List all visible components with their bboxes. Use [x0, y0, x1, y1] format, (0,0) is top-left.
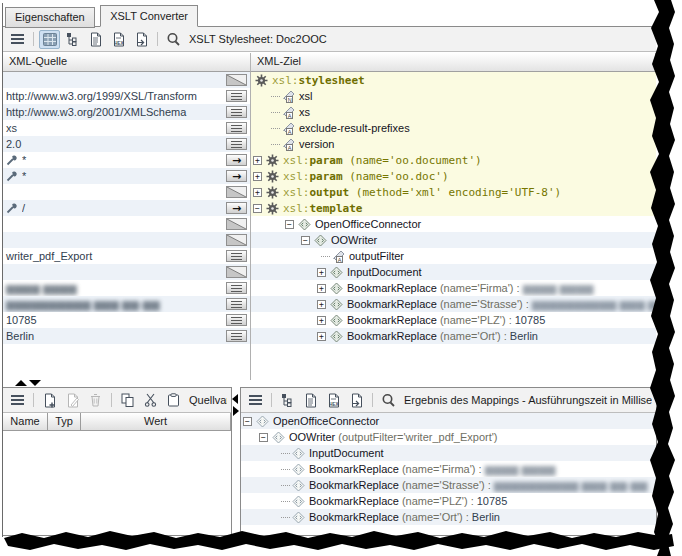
source-cell[interactable]: xs: [3, 120, 251, 136]
mapping-assign-button[interactable]: [226, 138, 247, 150]
source-cell[interactable]: Berlin: [3, 328, 251, 344]
expand-icon[interactable]: +: [317, 284, 326, 293]
mapping-assign-button[interactable]: [226, 90, 247, 102]
source-cell[interactable]: http://www.w3.org/1999/XSL/Transform: [3, 88, 251, 104]
target-tree-item[interactable]: Axs: [251, 104, 656, 120]
mapping-assign-button[interactable]: [226, 266, 247, 278]
cut-icon[interactable]: [140, 391, 161, 410]
collapse-icon[interactable]: −: [259, 433, 268, 442]
column-header-name[interactable]: Name: [3, 413, 48, 431]
result-tree-item[interactable]: BookmarkReplace (name='Firma') : ▆▆▆▆ ▆▆…: [241, 461, 656, 477]
mapping-assign-button[interactable]: [226, 330, 247, 342]
column-header-typ[interactable]: Typ: [48, 413, 81, 431]
mapping-assign-button[interactable]: [226, 106, 247, 118]
result-tree-item[interactable]: BookmarkReplace (name='Ort') : Berlin: [241, 509, 656, 525]
target-tree-item[interactable]: +BookmarkReplace (name='Ort') : Berlin: [251, 328, 656, 344]
mapping-assign-button[interactable]: →: [226, 170, 247, 182]
result-tree-item[interactable]: −OpenOfficeConnector: [241, 413, 656, 429]
mapping-assign-button[interactable]: →: [226, 202, 247, 214]
column-header-wert[interactable]: Wert: [81, 413, 231, 431]
tree-icon[interactable]: [62, 30, 83, 49]
menu-icon[interactable]: [7, 391, 28, 410]
source-cell[interactable]: [3, 232, 251, 248]
source-cell[interactable]: [3, 72, 251, 88]
target-tree-item[interactable]: +xsl:param (name='oo.document'): [251, 152, 656, 168]
source-cell[interactable]: *→: [3, 152, 251, 168]
vsplitter-collapse-right-icon[interactable]: [233, 406, 239, 416]
menu-icon[interactable]: [7, 30, 28, 49]
target-tree-item[interactable]: Aversion: [251, 136, 656, 152]
source-cell[interactable]: [3, 184, 251, 200]
result-tree-item[interactable]: BookmarkReplace (name='Strasse') : ▆▆▆▆▆…: [241, 477, 656, 493]
source-cell[interactable]: writer_pdf_Export: [3, 248, 251, 264]
splitter-collapse-down-icon[interactable]: [29, 380, 41, 386]
target-tree-item[interactable]: Nxsl: [251, 88, 656, 104]
mapping-assign-button[interactable]: [226, 186, 247, 198]
mapping-assign-button[interactable]: [226, 122, 247, 134]
source-cell[interactable]: *→: [3, 168, 251, 184]
target-tree-item[interactable]: AoutputFilter: [251, 248, 656, 264]
document-icon[interactable]: [85, 30, 106, 49]
result-tree-item[interactable]: InputDocument: [241, 445, 656, 461]
collapse-icon[interactable]: −: [301, 236, 310, 245]
expand-icon[interactable]: +: [317, 332, 326, 341]
mapping-assign-button[interactable]: [226, 218, 247, 230]
target-tree-item[interactable]: −xsl:template: [251, 200, 656, 216]
result-tree-item[interactable]: BookmarkReplace (name='PLZ') : 10785: [241, 493, 656, 509]
collapse-icon[interactable]: −: [253, 204, 262, 213]
collapse-icon[interactable]: −: [285, 220, 294, 229]
mapping-assign-button[interactable]: [226, 234, 247, 246]
source-cell[interactable]: ▆▆▆▆▆▆▆▆▆▆ ▆▆▆ ▆▆-▆▆: [3, 296, 251, 312]
copy-icon[interactable]: [117, 391, 138, 410]
target-tree-item[interactable]: +xsl:param (name='oo.doc'): [251, 168, 656, 184]
trash-icon[interactable]: [85, 391, 106, 410]
import-document-icon[interactable]: [131, 30, 152, 49]
new-document-icon[interactable]: [39, 391, 60, 410]
paste-icon[interactable]: [163, 391, 184, 410]
menu-icon[interactable]: [245, 391, 266, 410]
expand-icon[interactable]: +: [317, 316, 326, 325]
target-tree-item[interactable]: +xsl:output (method='xml' encoding='UTF-…: [251, 184, 656, 200]
splitter-collapse-up-icon[interactable]: [15, 380, 27, 386]
source-cell[interactable]: [3, 216, 251, 232]
target-tree-item[interactable]: xsl:stylesheet: [251, 72, 656, 88]
grid-icon[interactable]: [39, 30, 60, 49]
edit-document-icon[interactable]: [62, 391, 83, 410]
source-cell[interactable]: 2.0: [3, 136, 251, 152]
source-cell[interactable]: [3, 264, 251, 280]
expand-icon[interactable]: +: [253, 156, 262, 165]
target-tree-item[interactable]: +InputDocument: [251, 264, 656, 280]
target-tree-item[interactable]: +BookmarkReplace (name='PLZ') : 10785: [251, 312, 656, 328]
source-cell[interactable]: ▆▆▆▆ ▆▆▆▆: [3, 280, 251, 296]
tab-eigenschaften[interactable]: Eigenschaften: [5, 7, 95, 28]
result-tree-item[interactable]: −OOWriter (outputFilter='writer_pdf_Expo…: [241, 429, 656, 445]
hex-document-icon[interactable]: HEX: [108, 30, 129, 49]
tree-icon[interactable]: [277, 391, 298, 410]
mapping-assign-button[interactable]: [226, 298, 247, 310]
mapping-assign-button[interactable]: [226, 250, 247, 262]
mapping-assign-button[interactable]: [226, 282, 247, 294]
toolbar-separator: [33, 393, 34, 407]
tab-xslt-converter[interactable]: XSLT Converter: [100, 5, 198, 27]
source-cell[interactable]: 10785: [3, 312, 251, 328]
target-tree-item[interactable]: +BookmarkReplace (name='Strasse') : ▆▆▆▆…: [251, 296, 656, 312]
target-tree-item[interactable]: −OOWriter: [251, 232, 656, 248]
import-document-icon[interactable]: [346, 391, 367, 410]
vsplitter-collapse-left-icon[interactable]: [232, 394, 238, 404]
target-tree-item[interactable]: +BookmarkReplace (name='Firma') : ▆▆▆▆ ▆…: [251, 280, 656, 296]
collapse-icon[interactable]: −: [243, 417, 252, 426]
horizontal-splitter[interactable]: [3, 380, 656, 387]
target-tree-item[interactable]: Aexclude-result-prefixes: [251, 120, 656, 136]
target-tree-item[interactable]: −OpenOfficeConnector: [251, 216, 656, 232]
expand-icon[interactable]: +: [253, 188, 262, 197]
expand-icon[interactable]: +: [317, 300, 326, 309]
document-icon[interactable]: [300, 391, 321, 410]
expand-icon[interactable]: +: [253, 172, 262, 181]
hex-document-icon[interactable]: HEX: [323, 391, 344, 410]
mapping-assign-button[interactable]: [226, 74, 247, 86]
mapping-assign-button[interactable]: [226, 314, 247, 326]
expand-icon[interactable]: +: [317, 268, 326, 277]
source-cell[interactable]: http://www.w3.org/2001/XMLSchema: [3, 104, 251, 120]
mapping-assign-button[interactable]: →: [226, 154, 247, 166]
source-cell[interactable]: /→: [3, 200, 251, 216]
